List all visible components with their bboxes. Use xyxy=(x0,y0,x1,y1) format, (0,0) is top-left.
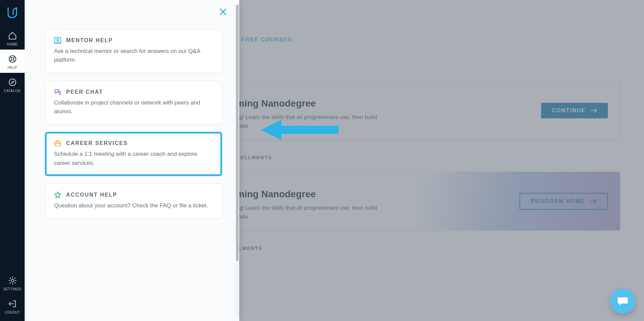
help-card-title: ACCOUNT HELP xyxy=(66,192,117,198)
help-card-account-help[interactable]: ACCOUNT HELP Question about your account… xyxy=(45,183,222,218)
svg-point-6 xyxy=(57,39,59,41)
sidebar-item-settings[interactable]: SETTINGS xyxy=(0,271,25,294)
sidebar-item-logout[interactable]: LOGOUT xyxy=(0,294,25,321)
mentor-icon xyxy=(54,37,61,44)
svg-point-3 xyxy=(11,279,14,282)
close-button[interactable] xyxy=(219,8,227,17)
home-icon xyxy=(8,31,17,40)
chat-launcher[interactable] xyxy=(610,289,635,314)
star-icon xyxy=(54,191,61,199)
help-card-desc: Ask a technical mentor or search for ans… xyxy=(54,47,213,65)
sidebar: HOME HELP CATALOG SETTINGS LOGOUT xyxy=(0,0,25,321)
sidebar-item-label: HOME xyxy=(7,42,18,46)
sidebar-item-label: SETTINGS xyxy=(3,287,21,291)
help-card-title: CAREER SERVICES xyxy=(66,140,128,146)
help-card-career-services[interactable]: CAREER SERVICES Schedule a 1:1 meeting w… xyxy=(45,132,222,176)
udacity-logo-icon[interactable] xyxy=(7,6,18,20)
sidebar-item-label: LOGOUT xyxy=(5,311,20,314)
peer-chat-icon xyxy=(54,88,61,96)
dim-overlay xyxy=(239,0,644,321)
scrollbar[interactable] xyxy=(236,3,239,318)
help-card-desc: Collaborate in project channels or netwo… xyxy=(54,98,213,116)
sidebar-item-help[interactable]: HELP xyxy=(0,50,25,73)
help-panel: MENTOR HELP Ask a technical mentor or se… xyxy=(25,0,239,321)
help-card-title: PEER CHAT xyxy=(66,89,103,95)
svg-point-1 xyxy=(11,58,14,60)
help-card-desc: Schedule a 1:1 meeting with a career coa… xyxy=(54,150,213,168)
briefcase-icon xyxy=(54,140,61,147)
chat-icon xyxy=(617,296,628,306)
help-card-peer-chat[interactable]: PEER CHAT Collaborate in project channel… xyxy=(45,81,222,125)
sidebar-item-label: CATALOG xyxy=(4,89,21,93)
sidebar-item-catalog[interactable]: CATALOG xyxy=(0,73,25,96)
svg-point-2 xyxy=(9,79,16,86)
help-card-mentor-help[interactable]: MENTOR HELP Ask a technical mentor or se… xyxy=(45,29,222,73)
gear-icon xyxy=(8,276,17,285)
scrollbar-thumb[interactable] xyxy=(236,5,239,261)
logout-icon xyxy=(8,299,17,309)
help-card-desc: Question about your account? Check the F… xyxy=(54,201,213,210)
close-icon xyxy=(219,8,227,16)
sidebar-item-home[interactable]: HOME xyxy=(0,26,25,50)
help-icon xyxy=(8,54,17,64)
sidebar-item-label: HELP xyxy=(7,66,17,69)
compass-icon xyxy=(8,78,17,87)
help-card-title: MENTOR HELP xyxy=(66,37,113,43)
